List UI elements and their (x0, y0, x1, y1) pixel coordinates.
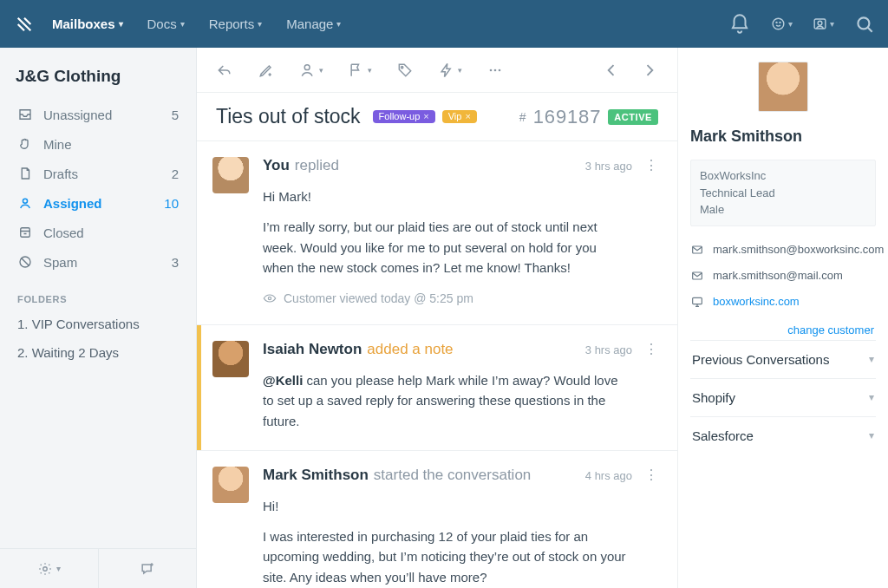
section-shopify[interactable]: Shopify▾ (690, 378, 876, 416)
thread-item-note: Isaiah Newton added a note 3 hrs ago ⋮ @… (197, 325, 677, 451)
section-previous-conversations[interactable]: Previous Conversations▾ (690, 340, 876, 378)
viewed-indicator: Customer viewed today @ 5:25 pm (263, 291, 658, 305)
more-button[interactable] (486, 62, 504, 79)
smile-icon[interactable]: ▾ (770, 13, 793, 36)
nav-manage[interactable]: Manage▾ (286, 16, 341, 31)
nav-docs[interactable]: Docs▾ (147, 16, 185, 31)
reply-button[interactable] (216, 62, 233, 79)
mail-icon (690, 243, 704, 257)
avatar (212, 157, 249, 193)
sidebar-item-assigned[interactable]: Assigned 10 (10, 188, 186, 218)
sidebar: J&G Clothing Unassigned 5 Mine Drafts 2 … (0, 48, 197, 588)
svg-point-5 (858, 17, 869, 29)
note-button[interactable] (258, 62, 275, 79)
person-icon[interactable]: ▾ (812, 13, 834, 36)
thread-item-start: Mark Smithson started the conversation 4… (197, 451, 677, 588)
customer-meta: BoxWorksInc Technical Lead Male (690, 160, 876, 226)
message-menu-icon[interactable]: ⋮ (644, 467, 658, 483)
next-conversation-button[interactable] (641, 62, 658, 79)
search-icon[interactable] (853, 13, 876, 36)
svg-point-2 (780, 22, 780, 23)
svg-rect-18 (693, 297, 702, 304)
svg-rect-7 (21, 228, 30, 238)
sidebar-settings-button[interactable]: ▾ (0, 549, 98, 588)
sidebar-item-mine[interactable]: Mine (10, 129, 186, 159)
hand-icon (17, 136, 33, 152)
conversation-header: Ties out of stock Follow-up× Vip× # 1691… (197, 93, 677, 141)
assign-button[interactable]: ▾ (299, 62, 323, 79)
customer-email-primary[interactable]: mark.smithson@boxworksinc.com (690, 240, 876, 259)
conversation-id: 169187 (533, 106, 602, 128)
tag-vip[interactable]: Vip× (442, 110, 477, 123)
folder-vip[interactable]: 1. VIP Conversations (0, 310, 196, 338)
svg-point-4 (818, 21, 822, 25)
user-icon (17, 195, 33, 211)
svg-point-1 (776, 22, 777, 23)
customer-avatar (758, 62, 808, 112)
svg-point-12 (490, 69, 493, 71)
monitor-icon (690, 295, 704, 309)
svg-point-0 (773, 18, 784, 29)
conversation-subject: Ties out of stock (216, 105, 361, 128)
main-panel: ▾ ▾ ▾ Ties out of stock Follow-up× Vip× … (197, 48, 677, 588)
sidebar-item-unassigned[interactable]: Unassigned 5 (10, 100, 186, 129)
conversation-toolbar: ▾ ▾ ▾ (197, 48, 677, 93)
sidebar-item-drafts[interactable]: Drafts 2 (10, 159, 186, 188)
tag-remove-icon[interactable]: × (423, 112, 428, 121)
chat-plus-icon (139, 560, 156, 578)
svg-point-15 (268, 297, 271, 299)
prev-conversation-button[interactable] (603, 62, 620, 79)
change-customer-link[interactable]: change customer (690, 318, 876, 340)
nav-mailboxes[interactable]: Mailboxes▾ (52, 16, 123, 31)
customer-panel: Mark Smithson BoxWorksInc Technical Lead… (677, 48, 888, 588)
customer-name: Mark Smithson (690, 127, 876, 146)
bell-icon[interactable] (728, 13, 751, 36)
status-badge: ACTIVE (608, 109, 658, 125)
mail-icon (690, 269, 704, 283)
workflow-button[interactable]: ▾ (438, 62, 462, 79)
status-button[interactable]: ▾ (348, 62, 372, 79)
tag-followup[interactable]: Follow-up× (373, 110, 435, 123)
message-menu-icon[interactable]: ⋮ (644, 157, 658, 173)
avatar (212, 341, 249, 377)
customer-website[interactable]: boxworksinc.com (690, 292, 876, 311)
app-logo (12, 12, 36, 36)
section-salesforce[interactable]: Salesforce▾ (690, 416, 876, 454)
tag-button[interactable] (396, 62, 414, 79)
svg-point-13 (494, 69, 497, 71)
document-icon (17, 166, 33, 181)
nav-reports[interactable]: Reports▾ (209, 16, 263, 31)
folders-heading: FOLDERS (0, 277, 196, 310)
svg-point-11 (402, 66, 403, 68)
ban-icon (17, 254, 33, 270)
message-menu-icon[interactable]: ⋮ (644, 341, 658, 357)
sidebar-item-spam[interactable]: Spam 3 (10, 247, 186, 277)
top-nav: Mailboxes▾ Docs▾ Reports▾ Manage▾ ▾ ▾ (0, 0, 888, 48)
inbox-icon (17, 107, 33, 122)
archive-icon (17, 225, 33, 240)
eye-icon (263, 291, 277, 305)
tag-remove-icon[interactable]: × (465, 112, 470, 121)
sidebar-item-closed[interactable]: Closed (10, 218, 186, 247)
svg-point-10 (304, 64, 310, 69)
folder-waiting[interactable]: 2. Waiting 2 Days (0, 338, 196, 367)
svg-point-6 (23, 199, 27, 203)
thread: You replied 3 hrs ago ⋮ Hi Mark! I’m rea… (197, 141, 677, 588)
gear-icon (37, 561, 53, 577)
svg-point-9 (43, 566, 48, 571)
new-conversation-button[interactable] (98, 549, 197, 588)
svg-point-14 (499, 69, 501, 71)
customer-email-secondary[interactable]: mark.smithson@mail.com (690, 266, 876, 285)
avatar (212, 467, 249, 503)
mailbox-title: J&G Clothing (0, 48, 196, 100)
thread-item-reply: You replied 3 hrs ago ⋮ Hi Mark! I’m rea… (197, 141, 677, 325)
